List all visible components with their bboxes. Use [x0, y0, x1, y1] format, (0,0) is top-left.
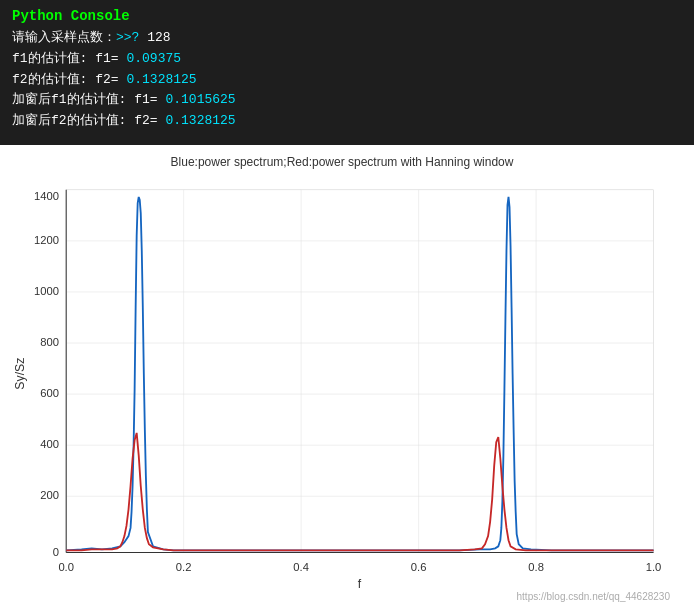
svg-rect-0: [66, 190, 653, 553]
line5-value: 0.1328125: [165, 113, 235, 128]
console-line-3: f2的估计值: f2= 0.1328125: [12, 70, 682, 91]
line3-label: f2的估计值: f2=: [12, 72, 126, 87]
console-line-5: 加窗后f2的估计值: f2= 0.1328125: [12, 111, 682, 132]
watermark: https://blog.csdn.net/qq_44628230: [517, 591, 670, 602]
svg-text:f: f: [358, 577, 362, 591]
svg-text:0.6: 0.6: [411, 561, 427, 573]
console-panel: Python Console 请输入采样点数：>>? 128 f1的估计值: f…: [0, 0, 694, 145]
line1-label: 请输入采样点数：: [12, 30, 116, 45]
chart-area: 0 200 400 600 800 1000 1200 1400 0.0 0.2…: [10, 174, 674, 604]
console-line-2: f1的估计值: f1= 0.09375: [12, 49, 682, 70]
line2-label: f1的估计值: f1=: [12, 51, 126, 66]
svg-text:1000: 1000: [34, 285, 59, 297]
chart-panel: Blue:power spectrum;Red:power spectrum w…: [0, 145, 694, 616]
line2-value: 0.09375: [126, 51, 181, 66]
svg-text:0.0: 0.0: [58, 561, 74, 573]
console-line-1: 请输入采样点数：>>? 128: [12, 28, 682, 49]
svg-text:0.8: 0.8: [528, 561, 544, 573]
chart-svg: 0 200 400 600 800 1000 1200 1400 0.0 0.2…: [10, 174, 674, 604]
line5-label: 加窗后f2的估计值: f2=: [12, 113, 165, 128]
svg-text:Sy/Sz: Sy/Sz: [13, 358, 27, 390]
line1-prompt: >>?: [116, 30, 139, 45]
line4-value: 0.1015625: [165, 92, 235, 107]
svg-text:200: 200: [40, 489, 59, 501]
line3-value: 0.1328125: [126, 72, 196, 87]
console-title: Python Console: [12, 8, 682, 24]
svg-text:800: 800: [40, 336, 59, 348]
console-line-4: 加窗后f1的估计值: f1= 0.1015625: [12, 90, 682, 111]
svg-text:1200: 1200: [34, 234, 59, 246]
svg-text:1.0: 1.0: [646, 561, 662, 573]
line1-value: 128: [139, 30, 170, 45]
chart-title: Blue:power spectrum;Red:power spectrum w…: [10, 155, 674, 169]
svg-text:0.2: 0.2: [176, 561, 192, 573]
svg-text:1400: 1400: [34, 190, 59, 202]
svg-text:0.4: 0.4: [293, 561, 309, 573]
svg-text:600: 600: [40, 387, 59, 399]
svg-text:0: 0: [53, 546, 59, 558]
svg-text:400: 400: [40, 438, 59, 450]
line4-label: 加窗后f1的估计值: f1=: [12, 92, 165, 107]
